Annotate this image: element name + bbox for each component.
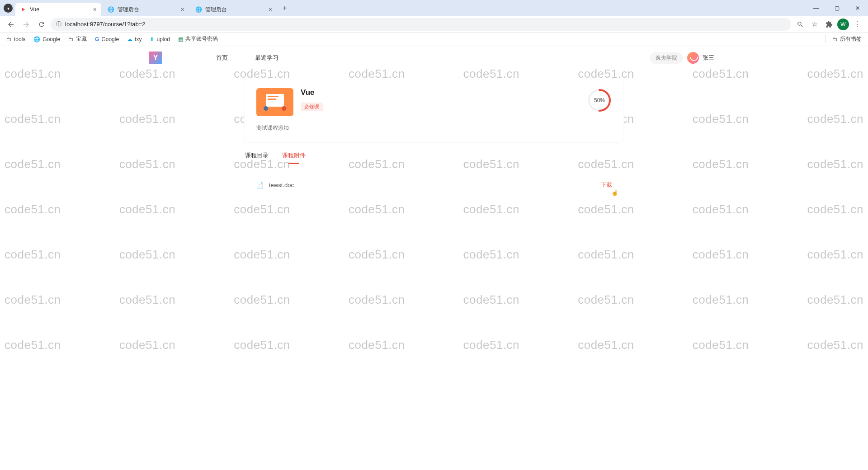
nav-recent[interactable]: 最近学习 xyxy=(255,54,278,62)
extensions-icon[interactable] xyxy=(823,18,835,31)
sheet-icon: ▦ xyxy=(178,36,183,42)
menu-icon[interactable]: ⋮ xyxy=(851,18,863,31)
tab-title: Vue xyxy=(30,6,39,13)
globe-icon: 🌐 xyxy=(195,6,202,13)
tab-attachments[interactable]: 课程附件 xyxy=(282,151,306,163)
site-logo[interactable]: Y xyxy=(149,52,162,64)
close-window-button[interactable]: ✕ xyxy=(847,0,868,16)
bookmark-folder[interactable]: 🗀宝藏 xyxy=(68,35,87,43)
folder-icon: 🗀 xyxy=(6,36,12,42)
site-info-icon[interactable]: ⓘ xyxy=(56,20,61,28)
bookmark-item[interactable]: GGoogle xyxy=(95,36,119,42)
close-tab-icon[interactable]: × xyxy=(93,6,97,13)
course-card: Vue 必修课 50% 测试课程添加 xyxy=(244,78,624,142)
bookmark-item[interactable]: ⬆uplod xyxy=(150,36,170,42)
course-thumbnail xyxy=(256,88,293,116)
url-text: localhost:9797/course/1?tab=2 xyxy=(65,21,145,28)
file-icon: 📄 xyxy=(256,182,264,189)
bookmark-item[interactable]: ☁txy xyxy=(127,36,142,42)
progress-percent-label: 50% xyxy=(587,88,612,113)
username-label[interactable]: 张三 xyxy=(703,54,714,62)
cursor-pointer-icon: ☝ xyxy=(611,189,618,196)
bookmark-star-icon[interactable]: ☆ xyxy=(808,18,821,31)
bookmarks-bar: 🗀tools 🌐Google 🗀宝藏 GGoogle ☁txy ⬆uplod ▦… xyxy=(0,33,868,46)
bookmark-item[interactable]: 🌐Google xyxy=(33,36,60,42)
course-description: 测试课程添加 xyxy=(256,124,612,132)
address-bar-row: ⓘ localhost:9797/course/1?tab=2 ☆ W ⋮ xyxy=(0,16,868,33)
browser-tab[interactable]: 🌐 管理后台 × xyxy=(103,3,189,16)
svg-rect-2 xyxy=(268,99,276,100)
address-bar[interactable]: ⓘ localhost:9797/course/1?tab=2 xyxy=(51,18,791,31)
institute-badge[interactable]: 逸夫学院 xyxy=(650,52,683,64)
close-tab-icon[interactable]: × xyxy=(181,6,184,13)
bookmark-item[interactable]: ▦共享账号密码 xyxy=(178,35,218,43)
tab-title: 管理后台 xyxy=(118,6,139,14)
tab-catalog[interactable]: 课程目录 xyxy=(245,151,269,163)
attachment-filename: tewst.doc xyxy=(269,182,294,188)
profile-avatar[interactable]: W xyxy=(837,19,849,30)
browser-titlebar: ▾ Vue × 🌐 管理后台 × 🌐 管理后台 × + — ▢ ✕ xyxy=(0,0,868,16)
globe-icon: 🌐 xyxy=(108,6,114,13)
maximize-button[interactable]: ▢ xyxy=(826,0,847,16)
folder-icon: 🗀 xyxy=(68,36,74,42)
folder-icon: 🗀 xyxy=(832,36,838,42)
new-tab-button[interactable]: + xyxy=(278,2,291,14)
forward-button[interactable] xyxy=(20,18,33,31)
upload-icon: ⬆ xyxy=(150,36,154,42)
reload-button[interactable] xyxy=(35,18,48,31)
back-button[interactable] xyxy=(5,18,17,31)
close-tab-icon[interactable]: × xyxy=(269,6,272,13)
progress-ring: 50% xyxy=(587,88,612,113)
cloud-icon: ☁ xyxy=(127,36,132,42)
svg-rect-1 xyxy=(268,96,278,97)
globe-icon: 🌐 xyxy=(33,36,40,42)
vue-favicon-icon xyxy=(20,6,26,13)
zoom-icon[interactable] xyxy=(794,18,807,31)
google-icon: G xyxy=(95,36,99,42)
browser-tab-active[interactable]: Vue × xyxy=(15,3,101,16)
attachment-row: 📄 tewst.doc 下载 ☝ xyxy=(244,171,624,199)
svg-point-4 xyxy=(282,106,286,111)
tab-search-button[interactable]: ▾ xyxy=(4,4,13,13)
course-tabs: 课程目录 课程附件 xyxy=(244,151,624,163)
site-top-nav: Y 首页 最近学习 逸夫学院 张三 xyxy=(0,46,868,70)
user-avatar[interactable] xyxy=(687,52,699,64)
svg-point-3 xyxy=(264,106,268,111)
nav-home[interactable]: 首页 xyxy=(216,54,228,62)
all-bookmarks-button[interactable]: 🗀所有书签 xyxy=(826,35,862,43)
bookmark-folder[interactable]: 🗀tools xyxy=(6,36,25,42)
course-tag: 必修课 xyxy=(301,103,323,111)
tab-title: 管理后台 xyxy=(205,6,227,14)
course-title: Vue xyxy=(301,88,323,97)
minimize-button[interactable]: — xyxy=(806,0,826,16)
browser-tab[interactable]: 🌐 管理后台 × xyxy=(191,3,277,16)
download-link[interactable]: 下载 xyxy=(601,181,612,189)
